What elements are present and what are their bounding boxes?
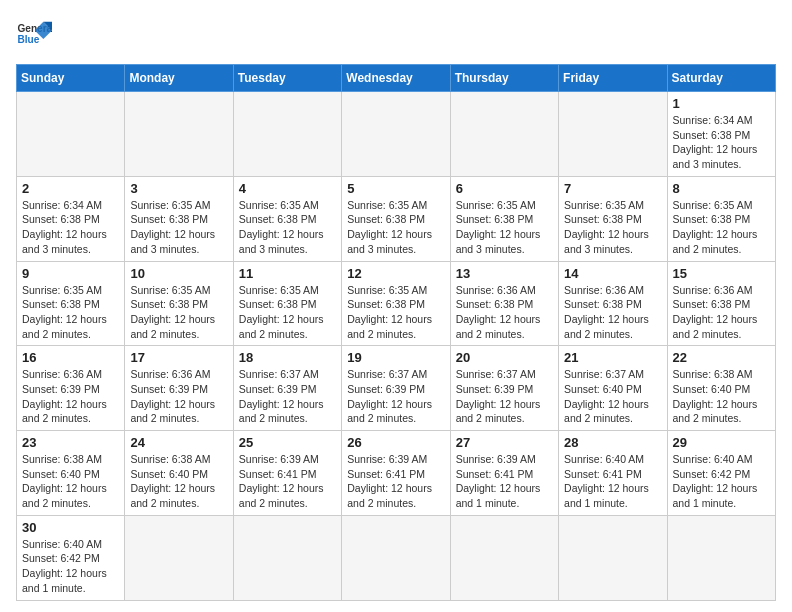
column-header-thursday: Thursday bbox=[450, 65, 558, 92]
day-number: 29 bbox=[673, 435, 770, 450]
calendar-cell: 4Sunrise: 6:35 AM Sunset: 6:38 PM Daylig… bbox=[233, 176, 341, 261]
day-number: 4 bbox=[239, 181, 336, 196]
calendar-cell bbox=[342, 92, 450, 177]
calendar-cell: 18Sunrise: 6:37 AM Sunset: 6:39 PM Dayli… bbox=[233, 346, 341, 431]
calendar-cell: 5Sunrise: 6:35 AM Sunset: 6:38 PM Daylig… bbox=[342, 176, 450, 261]
calendar-cell bbox=[559, 515, 667, 600]
day-info: Sunrise: 6:35 AM Sunset: 6:38 PM Dayligh… bbox=[130, 283, 227, 342]
calendar-cell: 25Sunrise: 6:39 AM Sunset: 6:41 PM Dayli… bbox=[233, 431, 341, 516]
column-header-saturday: Saturday bbox=[667, 65, 775, 92]
calendar-cell: 6Sunrise: 6:35 AM Sunset: 6:38 PM Daylig… bbox=[450, 176, 558, 261]
calendar-cell bbox=[667, 515, 775, 600]
day-number: 1 bbox=[673, 96, 770, 111]
svg-text:Blue: Blue bbox=[17, 34, 39, 45]
calendar-cell: 21Sunrise: 6:37 AM Sunset: 6:40 PM Dayli… bbox=[559, 346, 667, 431]
day-number: 28 bbox=[564, 435, 661, 450]
day-info: Sunrise: 6:38 AM Sunset: 6:40 PM Dayligh… bbox=[22, 452, 119, 511]
day-number: 26 bbox=[347, 435, 444, 450]
day-info: Sunrise: 6:38 AM Sunset: 6:40 PM Dayligh… bbox=[673, 367, 770, 426]
column-header-friday: Friday bbox=[559, 65, 667, 92]
day-info: Sunrise: 6:36 AM Sunset: 6:38 PM Dayligh… bbox=[456, 283, 553, 342]
day-number: 27 bbox=[456, 435, 553, 450]
calendar-cell: 11Sunrise: 6:35 AM Sunset: 6:38 PM Dayli… bbox=[233, 261, 341, 346]
calendar-cell: 19Sunrise: 6:37 AM Sunset: 6:39 PM Dayli… bbox=[342, 346, 450, 431]
day-info: Sunrise: 6:35 AM Sunset: 6:38 PM Dayligh… bbox=[239, 198, 336, 257]
day-number: 3 bbox=[130, 181, 227, 196]
day-info: Sunrise: 6:37 AM Sunset: 6:39 PM Dayligh… bbox=[239, 367, 336, 426]
calendar-cell: 9Sunrise: 6:35 AM Sunset: 6:38 PM Daylig… bbox=[17, 261, 125, 346]
day-number: 15 bbox=[673, 266, 770, 281]
calendar-cell: 2Sunrise: 6:34 AM Sunset: 6:38 PM Daylig… bbox=[17, 176, 125, 261]
day-number: 17 bbox=[130, 350, 227, 365]
calendar-week-row: 9Sunrise: 6:35 AM Sunset: 6:38 PM Daylig… bbox=[17, 261, 776, 346]
day-info: Sunrise: 6:35 AM Sunset: 6:38 PM Dayligh… bbox=[347, 198, 444, 257]
day-number: 2 bbox=[22, 181, 119, 196]
column-header-sunday: Sunday bbox=[17, 65, 125, 92]
day-info: Sunrise: 6:39 AM Sunset: 6:41 PM Dayligh… bbox=[456, 452, 553, 511]
calendar-cell bbox=[125, 92, 233, 177]
calendar-week-row: 30Sunrise: 6:40 AM Sunset: 6:42 PM Dayli… bbox=[17, 515, 776, 600]
calendar-cell: 23Sunrise: 6:38 AM Sunset: 6:40 PM Dayli… bbox=[17, 431, 125, 516]
day-number: 24 bbox=[130, 435, 227, 450]
day-number: 5 bbox=[347, 181, 444, 196]
calendar-cell bbox=[233, 515, 341, 600]
day-info: Sunrise: 6:34 AM Sunset: 6:38 PM Dayligh… bbox=[673, 113, 770, 172]
day-info: Sunrise: 6:35 AM Sunset: 6:38 PM Dayligh… bbox=[130, 198, 227, 257]
day-number: 6 bbox=[456, 181, 553, 196]
calendar-cell: 17Sunrise: 6:36 AM Sunset: 6:39 PM Dayli… bbox=[125, 346, 233, 431]
day-info: Sunrise: 6:36 AM Sunset: 6:39 PM Dayligh… bbox=[130, 367, 227, 426]
calendar-cell: 16Sunrise: 6:36 AM Sunset: 6:39 PM Dayli… bbox=[17, 346, 125, 431]
calendar-cell: 28Sunrise: 6:40 AM Sunset: 6:41 PM Dayli… bbox=[559, 431, 667, 516]
calendar-cell: 29Sunrise: 6:40 AM Sunset: 6:42 PM Dayli… bbox=[667, 431, 775, 516]
calendar-header-row: SundayMondayTuesdayWednesdayThursdayFrid… bbox=[17, 65, 776, 92]
calendar-table: SundayMondayTuesdayWednesdayThursdayFrid… bbox=[16, 64, 776, 601]
calendar-cell: 1Sunrise: 6:34 AM Sunset: 6:38 PM Daylig… bbox=[667, 92, 775, 177]
calendar-cell bbox=[125, 515, 233, 600]
calendar-cell bbox=[233, 92, 341, 177]
day-number: 14 bbox=[564, 266, 661, 281]
calendar-cell: 27Sunrise: 6:39 AM Sunset: 6:41 PM Dayli… bbox=[450, 431, 558, 516]
calendar-cell: 7Sunrise: 6:35 AM Sunset: 6:38 PM Daylig… bbox=[559, 176, 667, 261]
day-info: Sunrise: 6:36 AM Sunset: 6:39 PM Dayligh… bbox=[22, 367, 119, 426]
day-number: 25 bbox=[239, 435, 336, 450]
column-header-monday: Monday bbox=[125, 65, 233, 92]
day-info: Sunrise: 6:39 AM Sunset: 6:41 PM Dayligh… bbox=[239, 452, 336, 511]
day-number: 19 bbox=[347, 350, 444, 365]
header: General Blue bbox=[16, 16, 776, 52]
calendar-cell: 20Sunrise: 6:37 AM Sunset: 6:39 PM Dayli… bbox=[450, 346, 558, 431]
calendar-cell: 22Sunrise: 6:38 AM Sunset: 6:40 PM Dayli… bbox=[667, 346, 775, 431]
day-info: Sunrise: 6:34 AM Sunset: 6:38 PM Dayligh… bbox=[22, 198, 119, 257]
calendar-week-row: 2Sunrise: 6:34 AM Sunset: 6:38 PM Daylig… bbox=[17, 176, 776, 261]
day-info: Sunrise: 6:39 AM Sunset: 6:41 PM Dayligh… bbox=[347, 452, 444, 511]
logo-icon: General Blue bbox=[16, 16, 52, 52]
calendar-cell: 13Sunrise: 6:36 AM Sunset: 6:38 PM Dayli… bbox=[450, 261, 558, 346]
calendar-week-row: 23Sunrise: 6:38 AM Sunset: 6:40 PM Dayli… bbox=[17, 431, 776, 516]
calendar-week-row: 1Sunrise: 6:34 AM Sunset: 6:38 PM Daylig… bbox=[17, 92, 776, 177]
day-info: Sunrise: 6:35 AM Sunset: 6:38 PM Dayligh… bbox=[456, 198, 553, 257]
logo: General Blue bbox=[16, 16, 52, 52]
column-header-wednesday: Wednesday bbox=[342, 65, 450, 92]
day-number: 12 bbox=[347, 266, 444, 281]
day-info: Sunrise: 6:35 AM Sunset: 6:38 PM Dayligh… bbox=[564, 198, 661, 257]
calendar-cell bbox=[450, 515, 558, 600]
calendar-cell: 15Sunrise: 6:36 AM Sunset: 6:38 PM Dayli… bbox=[667, 261, 775, 346]
day-number: 22 bbox=[673, 350, 770, 365]
calendar-cell: 24Sunrise: 6:38 AM Sunset: 6:40 PM Dayli… bbox=[125, 431, 233, 516]
day-info: Sunrise: 6:37 AM Sunset: 6:39 PM Dayligh… bbox=[456, 367, 553, 426]
day-info: Sunrise: 6:36 AM Sunset: 6:38 PM Dayligh… bbox=[564, 283, 661, 342]
day-number: 20 bbox=[456, 350, 553, 365]
day-number: 30 bbox=[22, 520, 119, 535]
calendar-week-row: 16Sunrise: 6:36 AM Sunset: 6:39 PM Dayli… bbox=[17, 346, 776, 431]
day-info: Sunrise: 6:40 AM Sunset: 6:42 PM Dayligh… bbox=[22, 537, 119, 596]
calendar-cell bbox=[342, 515, 450, 600]
calendar-cell bbox=[559, 92, 667, 177]
calendar-cell bbox=[17, 92, 125, 177]
day-number: 9 bbox=[22, 266, 119, 281]
day-number: 16 bbox=[22, 350, 119, 365]
day-number: 23 bbox=[22, 435, 119, 450]
calendar-cell: 8Sunrise: 6:35 AM Sunset: 6:38 PM Daylig… bbox=[667, 176, 775, 261]
day-number: 10 bbox=[130, 266, 227, 281]
calendar-cell bbox=[450, 92, 558, 177]
day-number: 18 bbox=[239, 350, 336, 365]
calendar-cell: 12Sunrise: 6:35 AM Sunset: 6:38 PM Dayli… bbox=[342, 261, 450, 346]
